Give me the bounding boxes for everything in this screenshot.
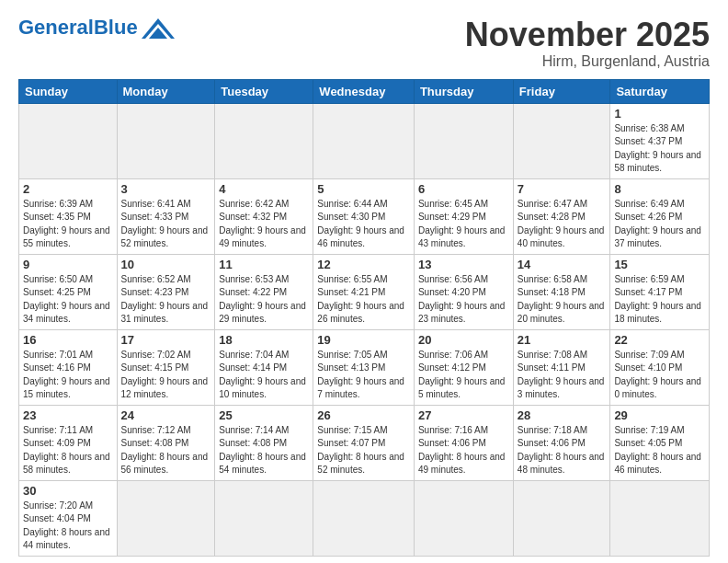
logo-text: GeneralBlue xyxy=(18,17,138,38)
calendar-cell: 6Sunrise: 6:45 AM Sunset: 4:29 PM Daylig… xyxy=(414,178,513,254)
calendar-cell: 27Sunrise: 7:16 AM Sunset: 4:06 PM Dayli… xyxy=(414,405,513,480)
calendar-cell: 11Sunrise: 6:53 AM Sunset: 4:22 PM Dayli… xyxy=(215,254,313,329)
day-number: 3 xyxy=(121,182,211,196)
calendar-cell xyxy=(215,480,313,556)
day-number: 6 xyxy=(418,182,509,196)
calendar-cell: 15Sunrise: 6:59 AM Sunset: 4:17 PM Dayli… xyxy=(610,254,710,329)
calendar-cell xyxy=(610,480,710,556)
day-number: 25 xyxy=(219,408,309,422)
calendar-cell: 12Sunrise: 6:55 AM Sunset: 4:21 PM Dayli… xyxy=(313,254,415,329)
calendar-cell xyxy=(414,480,513,556)
day-number: 8 xyxy=(614,182,705,196)
day-info: Sunrise: 7:15 AM Sunset: 4:07 PM Dayligh… xyxy=(317,424,410,477)
header-friday: Friday xyxy=(513,79,610,103)
day-number: 27 xyxy=(418,408,509,422)
day-number: 22 xyxy=(614,333,705,347)
calendar-cell: 13Sunrise: 6:56 AM Sunset: 4:20 PM Dayli… xyxy=(414,254,513,329)
day-number: 7 xyxy=(518,182,607,196)
calendar-cell: 26Sunrise: 7:15 AM Sunset: 4:07 PM Dayli… xyxy=(313,405,415,480)
day-number: 12 xyxy=(317,258,410,271)
day-number: 11 xyxy=(219,258,309,271)
day-number: 20 xyxy=(418,333,509,347)
calendar-cell xyxy=(313,480,415,556)
week-row-1: 1Sunrise: 6:38 AM Sunset: 4:37 PM Daylig… xyxy=(19,103,710,178)
day-info: Sunrise: 7:02 AM Sunset: 4:15 PM Dayligh… xyxy=(121,349,211,402)
location-title: Hirm, Burgenland, Austria xyxy=(465,53,710,70)
calendar-cell: 1Sunrise: 6:38 AM Sunset: 4:37 PM Daylig… xyxy=(610,103,710,178)
day-number: 19 xyxy=(317,333,410,347)
day-number: 30 xyxy=(23,484,113,498)
calendar-cell xyxy=(513,103,610,178)
day-info: Sunrise: 7:06 AM Sunset: 4:12 PM Dayligh… xyxy=(418,349,509,402)
calendar-cell xyxy=(414,103,513,178)
day-number: 17 xyxy=(121,333,211,347)
calendar-cell xyxy=(117,103,215,178)
header-tuesday: Tuesday xyxy=(215,79,313,103)
day-info: Sunrise: 7:09 AM Sunset: 4:10 PM Dayligh… xyxy=(614,349,705,402)
calendar-cell: 24Sunrise: 7:12 AM Sunset: 4:08 PM Dayli… xyxy=(117,405,215,480)
week-row-2: 2Sunrise: 6:39 AM Sunset: 4:35 PM Daylig… xyxy=(19,178,710,254)
calendar-cell xyxy=(313,103,415,178)
day-info: Sunrise: 7:14 AM Sunset: 4:08 PM Dayligh… xyxy=(219,424,309,477)
calendar-cell xyxy=(117,480,215,556)
day-number: 28 xyxy=(518,408,607,422)
day-info: Sunrise: 6:45 AM Sunset: 4:29 PM Dayligh… xyxy=(418,198,509,251)
calendar-cell: 9Sunrise: 6:50 AM Sunset: 4:25 PM Daylig… xyxy=(19,254,118,329)
calendar-cell: 7Sunrise: 6:47 AM Sunset: 4:28 PM Daylig… xyxy=(513,178,610,254)
day-info: Sunrise: 6:56 AM Sunset: 4:20 PM Dayligh… xyxy=(418,273,509,327)
calendar-cell xyxy=(215,103,313,178)
week-row-4: 16Sunrise: 7:01 AM Sunset: 4:16 PM Dayli… xyxy=(19,329,710,405)
day-info: Sunrise: 7:12 AM Sunset: 4:08 PM Dayligh… xyxy=(121,424,211,477)
day-number: 13 xyxy=(418,258,509,271)
week-row-5: 23Sunrise: 7:11 AM Sunset: 4:09 PM Dayli… xyxy=(19,405,710,480)
calendar-cell xyxy=(19,103,118,178)
day-info: Sunrise: 7:16 AM Sunset: 4:06 PM Dayligh… xyxy=(418,424,509,477)
calendar-cell: 2Sunrise: 6:39 AM Sunset: 4:35 PM Daylig… xyxy=(19,178,118,254)
day-info: Sunrise: 7:01 AM Sunset: 4:16 PM Dayligh… xyxy=(23,349,113,402)
calendar-table: Sunday Monday Tuesday Wednesday Thursday… xyxy=(18,79,710,557)
day-info: Sunrise: 6:44 AM Sunset: 4:30 PM Dayligh… xyxy=(317,198,410,251)
day-number: 18 xyxy=(219,333,309,347)
day-number: 1 xyxy=(614,107,705,121)
calendar-cell: 18Sunrise: 7:04 AM Sunset: 4:14 PM Dayli… xyxy=(215,329,313,405)
day-info: Sunrise: 6:50 AM Sunset: 4:25 PM Dayligh… xyxy=(23,273,113,327)
day-info: Sunrise: 7:04 AM Sunset: 4:14 PM Dayligh… xyxy=(219,349,309,402)
day-number: 24 xyxy=(121,408,211,422)
logo-general: General xyxy=(18,16,94,39)
calendar-cell: 5Sunrise: 6:44 AM Sunset: 4:30 PM Daylig… xyxy=(313,178,415,254)
logo-icon xyxy=(142,18,175,39)
day-number: 21 xyxy=(518,333,607,347)
day-number: 23 xyxy=(23,408,113,422)
day-info: Sunrise: 6:53 AM Sunset: 4:22 PM Dayligh… xyxy=(219,273,309,327)
calendar-cell: 23Sunrise: 7:11 AM Sunset: 4:09 PM Dayli… xyxy=(19,405,118,480)
day-info: Sunrise: 7:05 AM Sunset: 4:13 PM Dayligh… xyxy=(317,349,410,402)
day-number: 14 xyxy=(518,258,607,271)
day-info: Sunrise: 6:58 AM Sunset: 4:18 PM Dayligh… xyxy=(518,273,607,327)
day-info: Sunrise: 7:20 AM Sunset: 4:04 PM Dayligh… xyxy=(23,500,113,553)
day-info: Sunrise: 6:39 AM Sunset: 4:35 PM Dayligh… xyxy=(23,198,113,251)
day-number: 5 xyxy=(317,182,410,196)
calendar-cell: 14Sunrise: 6:58 AM Sunset: 4:18 PM Dayli… xyxy=(513,254,610,329)
weekday-header-row: Sunday Monday Tuesday Wednesday Thursday… xyxy=(19,79,710,103)
day-number: 29 xyxy=(614,408,705,422)
week-row-3: 9Sunrise: 6:50 AM Sunset: 4:25 PM Daylig… xyxy=(19,254,710,329)
calendar-cell: 28Sunrise: 7:18 AM Sunset: 4:06 PM Dayli… xyxy=(513,405,610,480)
day-info: Sunrise: 6:49 AM Sunset: 4:26 PM Dayligh… xyxy=(614,198,705,251)
day-number: 26 xyxy=(317,408,410,422)
header: GeneralBlue November 2025 Hirm, Burgenla… xyxy=(18,17,710,70)
day-info: Sunrise: 7:11 AM Sunset: 4:09 PM Dayligh… xyxy=(23,424,113,477)
logo-area: GeneralBlue xyxy=(18,17,175,39)
calendar-cell: 8Sunrise: 6:49 AM Sunset: 4:26 PM Daylig… xyxy=(610,178,710,254)
page: GeneralBlue November 2025 Hirm, Burgenla… xyxy=(0,0,728,563)
header-sunday: Sunday xyxy=(19,79,118,103)
header-monday: Monday xyxy=(117,79,215,103)
calendar-cell: 10Sunrise: 6:52 AM Sunset: 4:23 PM Dayli… xyxy=(117,254,215,329)
day-info: Sunrise: 7:18 AM Sunset: 4:06 PM Dayligh… xyxy=(518,424,607,477)
calendar-cell: 17Sunrise: 7:02 AM Sunset: 4:15 PM Dayli… xyxy=(117,329,215,405)
day-info: Sunrise: 6:55 AM Sunset: 4:21 PM Dayligh… xyxy=(317,273,410,327)
calendar-cell: 4Sunrise: 6:42 AM Sunset: 4:32 PM Daylig… xyxy=(215,178,313,254)
calendar-cell xyxy=(513,480,610,556)
header-thursday: Thursday xyxy=(414,79,513,103)
day-number: 4 xyxy=(219,182,309,196)
calendar-cell: 3Sunrise: 6:41 AM Sunset: 4:33 PM Daylig… xyxy=(117,178,215,254)
